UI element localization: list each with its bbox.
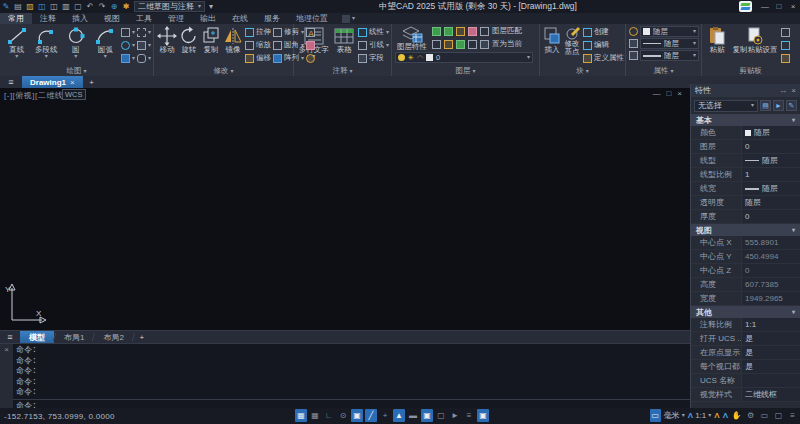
ribbon-options[interactable]: ▾ [336, 13, 361, 24]
panel-draw-label[interactable]: 绘图▾ [0, 66, 153, 76]
display-icon[interactable]: ▭ [759, 409, 770, 422]
line-button[interactable]: 直线▾ [3, 26, 30, 66]
online-icon[interactable]: ⊕ [108, 1, 120, 12]
leader-button[interactable]: 引线▾ [358, 39, 389, 51]
tab-layout1[interactable]: 布局1 [55, 331, 93, 343]
linear-dim-button[interactable]: 线性▾ [358, 26, 389, 38]
offset-button[interactable]: 偏移 [245, 52, 271, 64]
tab-output[interactable]: 输出 [192, 13, 224, 24]
transparency-toggle-icon[interactable]: ▣ [421, 409, 433, 422]
quickview-toggle-icon[interactable]: ▣ [477, 409, 489, 422]
quick-select-icon[interactable]: ✎ [786, 100, 797, 111]
explode-icon[interactable] [306, 28, 315, 37]
osnap-toggle-icon[interactable]: ▣ [351, 409, 363, 422]
prop-row-lineweight[interactable]: 线宽 随层 [691, 182, 800, 196]
status-menu-icon[interactable]: ≡ [787, 409, 798, 422]
layer-prev-icon[interactable] [480, 40, 489, 49]
copy-paste-settings-button[interactable]: 复制粘贴设置 [731, 26, 779, 66]
scale-button[interactable]: 缩放 [245, 39, 271, 51]
panel-properties-label[interactable]: 属性▾ [626, 66, 701, 76]
otrack-toggle-icon[interactable]: ╱ [365, 409, 377, 422]
panel-clipboard-label[interactable]: 剪贴板 [702, 66, 799, 76]
layer-walk-icon[interactable] [444, 40, 453, 49]
tab-services[interactable]: 服务 [256, 13, 288, 24]
polar-toggle-icon[interactable]: ⊙ [337, 409, 349, 422]
save-icon[interactable]: ◫ [36, 1, 48, 12]
prop-row-center-z[interactable]: 中心点 Z 0 [691, 264, 800, 278]
add-layout-button[interactable]: + [134, 331, 150, 343]
annotation-visibility-icon[interactable]: Λ [714, 411, 719, 420]
prop-row-ucs-on[interactable]: 打开 UCS ... 是 [691, 332, 800, 346]
selection-dropdown[interactable]: 无选择 ▾ [694, 100, 758, 112]
linetype-icon[interactable] [629, 39, 638, 48]
match-properties-icon[interactable] [781, 54, 790, 63]
open-file-icon[interactable]: ▨ [24, 1, 36, 12]
point-icon[interactable] [137, 41, 146, 50]
minimize-button[interactable]: — [758, 1, 772, 12]
undo-icon[interactable]: ↶ [84, 1, 96, 12]
preview-icon[interactable]: ▢ [72, 1, 84, 12]
layer-isolate-icon[interactable] [480, 27, 489, 36]
print-icon[interactable]: ▥ [60, 1, 72, 12]
unit-dropdown[interactable]: 毫米▾ [664, 410, 685, 421]
section-basic[interactable]: 基本▾ [691, 114, 800, 126]
vp-close-button[interactable]: × [677, 89, 682, 98]
cut-icon[interactable] [781, 28, 790, 37]
workspace-gear-icon[interactable]: ✱ [120, 1, 132, 12]
table-button[interactable]: 表格 [332, 26, 356, 66]
color-picker-icon[interactable] [629, 27, 638, 36]
select-objects-icon[interactable]: ► [773, 100, 784, 111]
doc-tab-drawing1[interactable]: Drawing1 × [22, 76, 83, 88]
color-dropdown[interactable]: 随层▾ [640, 26, 699, 37]
section-other[interactable]: 其他▾ [691, 306, 800, 318]
snap-toggle-icon[interactable]: ▦ [309, 409, 321, 422]
region-icon[interactable] [137, 54, 146, 63]
new-file-icon[interactable]: ▤ [12, 1, 24, 12]
workspace-dropdown[interactable]: 二维草图与注释 ▾ [134, 1, 205, 12]
block-edit-button[interactable]: 编辑 [583, 39, 624, 51]
define-attr-button[interactable]: 定义属性 [583, 52, 624, 64]
polyline-button[interactable]: 多段线▾ [32, 26, 59, 66]
lines-toggle-icon[interactable]: ≡ [463, 409, 475, 422]
fullscreen-icon[interactable]: ▢ [773, 409, 784, 422]
layer-on-icon[interactable] [432, 27, 441, 36]
panel-annotate-label[interactable]: 注释▾ [294, 66, 391, 76]
tab-insert[interactable]: 插入 [64, 13, 96, 24]
annotation-scale-dropdown[interactable]: Λ 1:1▾ [688, 411, 711, 420]
copy-button[interactable]: 复制 [201, 26, 221, 66]
ortho-toggle-icon[interactable]: ∟ [323, 409, 335, 422]
move-button[interactable]: 移动 [157, 26, 177, 66]
arc-button[interactable]: 圆弧▾ [91, 26, 118, 66]
block-create-button[interactable]: 创建 [583, 26, 624, 38]
stretch-button[interactable]: 拉伸 [245, 26, 271, 38]
circle-button[interactable]: 圆▾ [62, 26, 89, 66]
field-button[interactable]: 字段 [358, 52, 389, 64]
palette-titlebar[interactable]: 特性 ↔ × [691, 84, 800, 97]
layer-off-icon[interactable] [468, 27, 477, 36]
tab-annotate[interactable]: 注释 [32, 13, 64, 24]
workspace-switch-icon[interactable]: ✋ [731, 409, 742, 422]
drawing-viewport[interactable]: [-][俯视][二维线框] WCS — □ × Y X [0, 88, 690, 330]
mirror-button[interactable]: 镜像 [223, 26, 243, 66]
prop-row-layer[interactable]: 图层 0 [691, 140, 800, 154]
copy-clip-icon[interactable] [781, 41, 790, 50]
toolbar-overflow-icon[interactable]: ▾ [205, 1, 217, 12]
maximize-button[interactable]: □ [772, 1, 786, 12]
tab-model[interactable]: 模型 [20, 331, 54, 343]
rotate-button[interactable]: 旋转 [179, 26, 199, 66]
prop-row-linetype[interactable]: 线型 随层 [691, 154, 800, 168]
lineweight-dropdown[interactable]: 随层▾ [640, 50, 699, 61]
prop-row-transparency[interactable]: 透明度 随层 [691, 196, 800, 210]
linetype-dropdown[interactable]: 随层▾ [640, 38, 699, 49]
prop-row-ucs-viewport[interactable]: 每个视口都... 是 [691, 360, 800, 374]
layer-dropdown[interactable]: ✳ ◠ 0 ▾ [395, 52, 533, 63]
layer-freeze-icon[interactable] [444, 27, 453, 36]
ducs-toggle-icon[interactable]: + [379, 409, 391, 422]
prop-row-ucs-name[interactable]: UCS 名称 [691, 374, 800, 388]
prop-row-annoscale[interactable]: 注释比例 1:1 [691, 318, 800, 332]
prop-row-center-y[interactable]: 中心点 Y 450.4994 [691, 250, 800, 264]
layer-properties-button[interactable]: 图层特性 [395, 25, 429, 51]
new-doc-tab-button[interactable]: + [83, 76, 101, 88]
prop-row-visual-style[interactable]: 视觉样式 二维线框 [691, 388, 800, 402]
prop-row-thickness[interactable]: 厚度 0 [691, 210, 800, 224]
